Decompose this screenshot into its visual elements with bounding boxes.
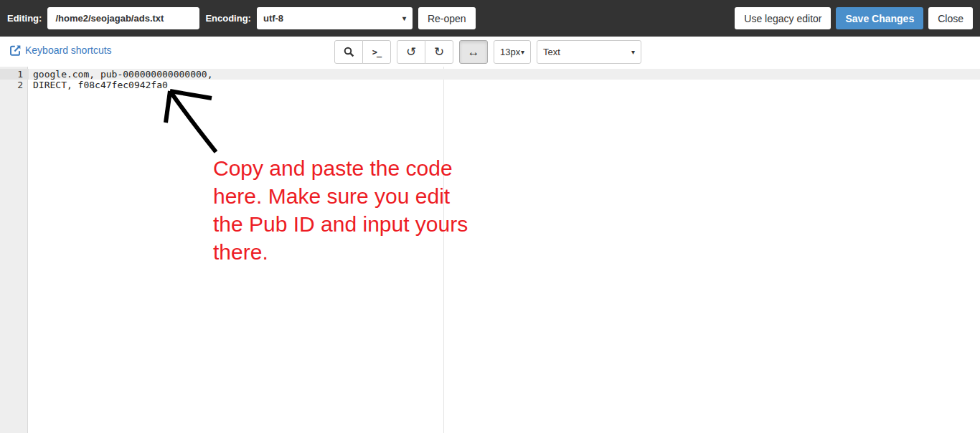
undo-button[interactable]: ↺ bbox=[397, 40, 425, 64]
caret-down-icon: ▾ bbox=[402, 15, 406, 22]
print-margin-line bbox=[443, 67, 444, 433]
word-wrap-toggle[interactable]: ↔ bbox=[459, 40, 488, 64]
tutorial-annotation: Copy and paste the code here. Make sure … bbox=[0, 67, 980, 433]
encoding-select[interactable]: utf-8 ▾ bbox=[257, 7, 413, 29]
syntax-mode-value: Text bbox=[543, 47, 560, 57]
terminal-icon: >_ bbox=[372, 47, 381, 57]
editor-content[interactable]: 1 google.com, pub-000000000000000, 2 DIR… bbox=[0, 67, 980, 90]
undo-redo-group: ↺ ↻ bbox=[397, 40, 453, 64]
hand-drawn-arrow bbox=[0, 67, 980, 433]
file-path-input[interactable] bbox=[47, 7, 199, 29]
annotation-text-line: Copy and paste the code bbox=[213, 154, 468, 182]
annotation-text-line: there. bbox=[213, 238, 468, 266]
toolbar-buttons: >_ ↺ ↻ ↔ 13px ▾ Text ▾ bbox=[334, 40, 641, 64]
code-line[interactable]: 2 DIRECT, f08c47fec0942fa0 bbox=[0, 80, 980, 90]
close-button[interactable]: Close bbox=[928, 7, 973, 29]
keyboard-shortcuts-link[interactable]: Keyboard shortcuts bbox=[10, 44, 112, 56]
editor-toolbar: Keyboard shortcuts >_ ↺ ↻ bbox=[0, 37, 980, 67]
keyboard-shortcuts-label: Keyboard shortcuts bbox=[25, 44, 112, 56]
magnifier-icon bbox=[344, 47, 354, 57]
annotation-text-line: here. Make sure you edit bbox=[213, 182, 468, 210]
caret-down-icon: ▾ bbox=[521, 49, 524, 56]
encoding-value: utf-8 bbox=[263, 13, 283, 24]
redo-icon: ↻ bbox=[434, 44, 444, 60]
encoding-label: Encoding: bbox=[205, 13, 251, 24]
code-line-text[interactable]: google.com, pub-000000000000000, bbox=[29, 69, 212, 80]
annotation-text: Copy and paste the code here. Make sure … bbox=[213, 154, 468, 266]
search-terminal-group: >_ bbox=[334, 40, 391, 64]
editing-label: Editing: bbox=[7, 13, 42, 24]
external-link-square-icon bbox=[10, 45, 21, 56]
word-wrap-icon: ↔ bbox=[468, 45, 480, 60]
save-changes-button[interactable]: Save Changes bbox=[836, 7, 923, 29]
reopen-button[interactable]: Re-open bbox=[418, 7, 476, 29]
font-size-select[interactable]: 13px ▾ bbox=[494, 40, 531, 64]
line-number: 1 bbox=[0, 69, 29, 80]
code-line-text[interactable]: DIRECT, f08c47fec0942fa0 bbox=[29, 80, 168, 90]
line-number-gutter bbox=[0, 67, 28, 433]
caret-down-icon: ▾ bbox=[631, 49, 635, 56]
search-button[interactable] bbox=[334, 40, 363, 64]
syntax-mode-select[interactable]: Text ▾ bbox=[537, 40, 641, 64]
code-line[interactable]: 1 google.com, pub-000000000000000, bbox=[0, 69, 980, 80]
redo-button[interactable]: ↻ bbox=[425, 40, 453, 64]
terminal-button[interactable]: >_ bbox=[362, 40, 391, 64]
font-size-value: 13px bbox=[500, 47, 520, 57]
undo-icon: ↺ bbox=[406, 44, 416, 60]
header-actions: Use legacy editor Save Changes Close bbox=[735, 7, 973, 29]
line-number: 2 bbox=[0, 80, 29, 90]
use-legacy-editor-button[interactable]: Use legacy editor bbox=[735, 7, 831, 29]
annotation-text-line: the Pub ID and input yours bbox=[213, 210, 468, 238]
editor-header-bar: Editing: Encoding: utf-8 ▾ Re-open Use l… bbox=[0, 0, 980, 37]
code-editor[interactable]: 1 google.com, pub-000000000000000, 2 DIR… bbox=[0, 67, 980, 433]
